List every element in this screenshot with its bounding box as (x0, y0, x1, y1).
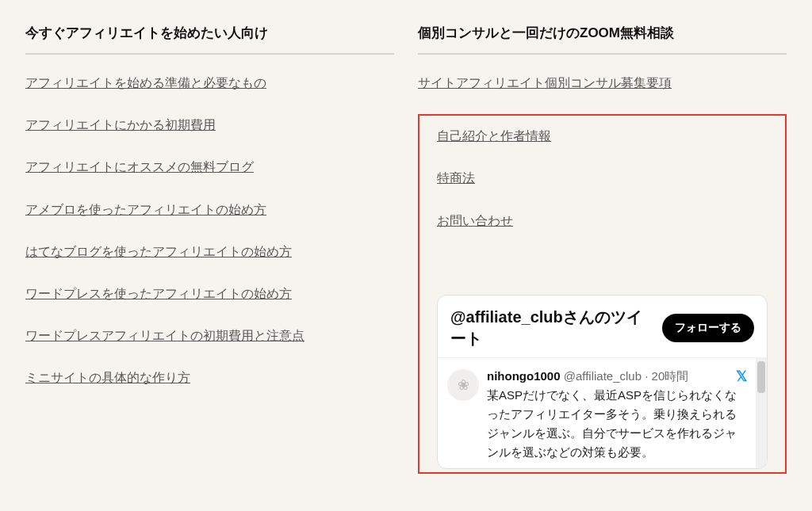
tweet-time: · 20時間 (645, 369, 688, 383)
left-column: 今すぐアフィリエイトを始めたい人向け アフィリエイトを始める準備と必要なもの ア… (25, 16, 394, 474)
right-top-link-list: サイトアフィリエイト個別コンサル募集要項 (418, 72, 787, 93)
box-link-list: 自己紹介と作者情報 特商法 お問い合わせ (437, 125, 768, 231)
x-logo-icon[interactable]: 𝕏 (736, 368, 748, 385)
link-item[interactable]: 自己紹介と作者情報 (437, 125, 551, 147)
left-section-title: 今すぐアフィリエイトを始めたい人向け (25, 16, 394, 55)
link-item[interactable]: アメブロを使ったアフィリエイトの始め方 (25, 199, 266, 220)
tweet-content[interactable]: nihongo1000 @affiliate_club · 20時間 某ASPだ… (487, 369, 757, 462)
tweet-handle: @affiliate_club (564, 369, 642, 383)
link-item[interactable]: ワードプレスアフィリエイトの初期費用と注意点 (25, 325, 304, 346)
link-item[interactable]: アフィリエイトを始める準備と必要なもの (25, 72, 266, 93)
twitter-header-title: @affiliate_clubさんのツイート (450, 307, 662, 349)
tweet-username: nihongo1000 (487, 369, 561, 383)
highlighted-box: 自己紹介と作者情報 特商法 お問い合わせ @affiliate_clubさんのツ… (418, 114, 787, 474)
link-item[interactable]: アフィリエイトにかかる初期費用 (25, 114, 216, 135)
tweet-body: ❀ nihongo1000 @affiliate_club · 20時間 某AS… (438, 358, 767, 468)
right-column: 個別コンサルと一回だけのZOOM無料相談 サイトアフィリエイト個別コンサル募集要… (418, 16, 787, 474)
link-item[interactable]: サイトアフィリエイト個別コンサル募集要項 (418, 72, 672, 93)
twitter-embed: @affiliate_clubさんのツイート フォローする ❀ nihongo1… (437, 295, 768, 469)
link-item[interactable]: ミニサイトの具体的な作り方 (25, 367, 190, 388)
right-section-title: 個別コンサルと一回だけのZOOM無料相談 (418, 16, 787, 55)
link-item[interactable]: アフィリエイトにオススメの無料ブログ (25, 156, 254, 177)
tweet-meta: nihongo1000 @affiliate_club · 20時間 (487, 369, 746, 384)
link-item[interactable]: お問い合わせ (437, 210, 513, 231)
link-item[interactable]: ワードプレスを使ったアフィリエイトの始め方 (25, 283, 292, 304)
avatar: ❀ (447, 369, 479, 401)
twitter-header: @affiliate_clubさんのツイート フォローする (438, 296, 767, 358)
left-link-list: アフィリエイトを始める準備と必要なもの アフィリエイトにかかる初期費用 アフィリ… (25, 72, 394, 389)
tweet-text: 某ASPだけでなく、最近ASPを信じられなくなったアフィリエイター多そう。乗り換… (487, 386, 746, 462)
follow-button[interactable]: フォローする (662, 314, 754, 342)
link-item[interactable]: 特商法 (437, 167, 475, 189)
scrollbar[interactable] (756, 358, 767, 468)
link-item[interactable]: はてなブログを使ったアフィリエイトの始め方 (25, 241, 292, 262)
